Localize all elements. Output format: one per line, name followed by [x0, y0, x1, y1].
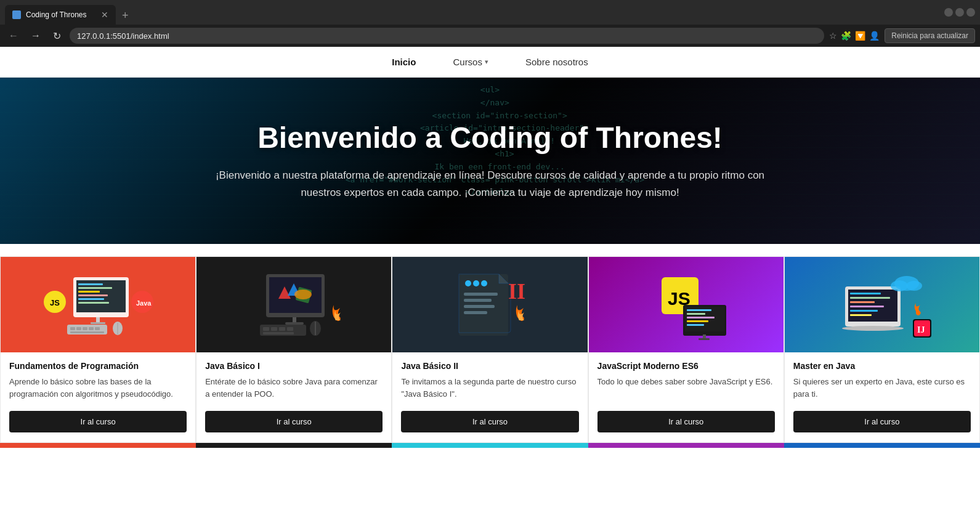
- svg-rect-32: [263, 327, 269, 331]
- hero-content: Bienvenido a Coding of Thrones! ¡Bienven…: [188, 121, 792, 200]
- nav-inicio[interactable]: Inicio: [392, 57, 416, 67]
- svg-rect-67: [850, 310, 878, 312]
- nav-cursos[interactable]: Cursos ▾: [453, 57, 488, 67]
- bookmark-icon[interactable]: ☆: [829, 31, 837, 41]
- svg-point-28: [294, 290, 312, 299]
- course-btn-wrap-java2: Ir al curso: [392, 405, 587, 442]
- svg-rect-64: [850, 297, 890, 299]
- course-btn-wrap-masterjava: Ir al curso: [785, 405, 979, 442]
- course-btn-fundamentos[interactable]: Ir al curso: [9, 411, 187, 432]
- svg-rect-45: [464, 311, 487, 314]
- maximize-button[interactable]: □: [955, 8, 964, 17]
- course-btn-js[interactable]: Ir al curso: [597, 411, 775, 432]
- course-card-js: JS JavaScript Mode: [588, 256, 784, 443]
- svg-rect-36: [263, 332, 294, 334]
- refresh-button[interactable]: ↻: [49, 29, 65, 43]
- svg-rect-58: [687, 324, 704, 326]
- svg-rect-14: [89, 327, 94, 330]
- forward-button[interactable]: →: [27, 29, 44, 43]
- course-btn-wrap-fundamentos: Ir al curso: [1, 405, 195, 442]
- reinicia-button[interactable]: Reinicia para actualizar: [885, 28, 975, 43]
- svg-rect-16: [70, 331, 104, 333]
- svg-rect-15: [95, 327, 100, 330]
- site-nav: Inicio Cursos ▾ Sobre nosotros: [0, 47, 980, 78]
- js-thumb-svg: JS: [625, 265, 748, 345]
- hero-title: Bienvenido a Coding of Thrones!: [213, 121, 767, 155]
- course-card-masterjava: IJ Master en Java Si quieres ser un expe…: [784, 256, 980, 443]
- hero-subtitle: ¡Bienvenido a nuestra plataforma de apre…: [213, 167, 767, 200]
- svg-rect-43: [464, 299, 492, 302]
- course-btn-wrap-js: Ir al curso: [589, 405, 784, 442]
- hero-section: <ul> </nav> <section id="intro-section">…: [0, 78, 980, 244]
- course-title-java2: Java Básico II: [401, 361, 578, 371]
- tab-title: Coding of Thrones: [26, 10, 87, 19]
- tab-close-icon[interactable]: ✕: [101, 10, 108, 20]
- website: Inicio Cursos ▾ Sobre nosotros <ul> </na…: [0, 47, 980, 448]
- course-card-fundamentos: JS Java Fundamentos de Programación Apre…: [0, 256, 196, 443]
- svg-rect-57: [687, 320, 708, 322]
- svg-rect-2: [78, 283, 103, 285]
- svg-rect-63: [850, 293, 881, 294]
- svg-point-48: [473, 280, 479, 286]
- svg-rect-68: [850, 314, 872, 316]
- course-thumbnail-java1: [196, 257, 391, 352]
- extension-icon-2[interactable]: 🔽: [855, 31, 865, 41]
- course-desc-fundamentos: Aprende lo básico sobre las bases de la …: [9, 376, 187, 400]
- course-thumbnail-fundamentos: JS Java: [1, 257, 195, 352]
- courses-section: JS Java Fundamentos de Programación Apre…: [0, 244, 980, 448]
- svg-rect-11: [70, 327, 75, 330]
- svg-point-47: [465, 280, 471, 286]
- svg-rect-13: [83, 327, 87, 330]
- course-desc-masterjava: Si quieres ser un experto en Java, este …: [793, 376, 971, 400]
- course-card-java1: Java Básico I Entérate de lo básico sobr…: [196, 256, 392, 443]
- svg-point-69: [842, 326, 904, 331]
- svg-rect-34: [279, 327, 285, 331]
- course-info-js: JavaScript Moderno ES6 Todo lo que debes…: [589, 352, 784, 405]
- masterjava-thumb-svg: IJ: [820, 265, 944, 345]
- nav-sobre-nosotros[interactable]: Sobre nosotros: [525, 57, 588, 67]
- svg-rect-7: [78, 302, 109, 304]
- browser-chrome: Coding of Thrones ✕ + _ □ ✕: [0, 0, 980, 25]
- svg-rect-9: [91, 322, 105, 324]
- peek-fundamentos: [0, 443, 196, 448]
- back-button[interactable]: ←: [5, 29, 22, 43]
- java2-thumb-svg: II: [428, 265, 551, 345]
- course-thumbnail-java2: II: [392, 257, 587, 352]
- close-button[interactable]: ✕: [966, 8, 975, 17]
- course-info-masterjava: Master en Java Si quieres ser un experto…: [785, 352, 979, 405]
- chevron-down-icon: ▾: [485, 58, 488, 66]
- courses-grid: JS Java Fundamentos de Programación Apre…: [0, 256, 980, 443]
- svg-rect-65: [850, 301, 875, 303]
- course-desc-java1: Entérate de lo básico sobre Java para co…: [205, 376, 383, 400]
- peek-masterjava: [784, 443, 980, 448]
- minimize-button[interactable]: _: [944, 8, 953, 17]
- course-title-masterjava: Master en Java: [793, 361, 971, 371]
- course-btn-java1[interactable]: Ir al curso: [205, 411, 383, 432]
- svg-point-72: [906, 281, 922, 291]
- new-tab-button[interactable]: +: [117, 7, 134, 25]
- svg-text:IJ: IJ: [917, 325, 925, 334]
- svg-rect-66: [850, 306, 884, 307]
- profile-icon[interactable]: 👤: [869, 31, 880, 41]
- course-card-java2: II Java Básico II Te: [392, 256, 588, 443]
- peek-js: [588, 443, 784, 448]
- svg-rect-42: [464, 293, 498, 296]
- course-title-java1: Java Básico I: [205, 361, 383, 371]
- fundamentos-thumb-svg: JS Java: [36, 265, 160, 345]
- course-btn-java2[interactable]: Ir al curso: [401, 411, 578, 432]
- extension-icon-1[interactable]: 🧩: [841, 31, 851, 41]
- course-desc-js: Todo lo que debes saber sobre JavaScript…: [597, 376, 775, 400]
- svg-rect-3: [78, 287, 112, 289]
- java1-thumb-svg: [232, 265, 355, 345]
- peek-java1: [196, 443, 392, 448]
- course-info-java1: Java Básico I Entérate de lo básico sobr…: [196, 352, 391, 405]
- active-tab[interactable]: Coding of Thrones ✕: [5, 5, 116, 25]
- course-info-java2: Java Básico II Te invitamos a la segunda…: [392, 352, 587, 405]
- svg-text:Java: Java: [136, 299, 152, 307]
- svg-rect-6: [78, 298, 104, 300]
- courses-peek-row: [0, 443, 980, 448]
- svg-rect-35: [287, 327, 293, 331]
- course-btn-masterjava[interactable]: Ir al curso: [793, 411, 971, 432]
- tab-bar: Coding of Thrones ✕ +: [5, 0, 134, 25]
- url-bar[interactable]: 127.0.0.1:5501/index.html: [70, 28, 824, 44]
